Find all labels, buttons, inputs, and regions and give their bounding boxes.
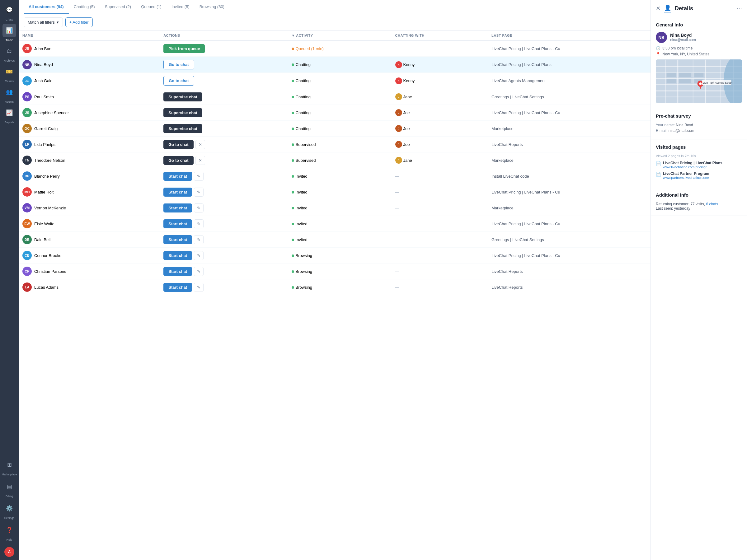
start-chat-button[interactable]: Start chat [163,172,192,181]
edit-button[interactable]: ✎ [194,219,204,229]
sidebar-item-marketplace[interactable]: ⊞ Marketplace [2,458,17,476]
go-to-chat-button[interactable]: Go to chat [163,76,194,85]
visited-pages-subtitle: Viewed 2 pages in 7m 16s [656,154,742,158]
activity-text: Chatting [296,95,311,99]
activity-text: Chatting [296,62,311,67]
page-title-0: LiveChat Pricing | LiveChat Plans [663,161,722,165]
sidebar-item-reports[interactable]: 📈 Reports [2,106,16,124]
tab-supervised[interactable]: Supervised (2) [100,0,136,14]
activity-cell: Chatting [288,121,391,137]
action-cell: Go to chat [160,57,288,73]
edit-button[interactable]: ✎ [194,283,204,292]
tab-chatting[interactable]: Chatting (5) [69,0,100,14]
customer-name-cell: CBConnor Brooks [19,248,160,264]
supervise-chat-button[interactable]: Supervise chat [163,92,202,101]
edit-button[interactable]: ✎ [194,204,204,212]
right-panel: ✕ 👤 Details ⋯ General Info NB Nina Boyd … [650,0,747,560]
agent-name: Joe [403,126,410,131]
col-actions: ACTIONS [160,30,288,41]
go-to-chat-button[interactable]: Go to chat [163,60,194,70]
agent-avatar: J [395,93,402,100]
page-url-0[interactable]: www.livechatinc.com/pricing/ [663,165,722,169]
close-icon[interactable]: ✕ [656,5,661,12]
sidebar-item-traffic[interactable]: 📊 Traffic [2,24,16,42]
activity-cell: Invited [288,184,391,200]
activity-dot [292,223,294,225]
table-row: CBConnor BrooksStart chat✎Browsing—LiveC… [19,248,650,264]
customer-avatar: TN [22,156,32,165]
tab-browsing[interactable]: Browsing (80) [195,0,229,14]
last-page-cell: LiveChat Pricing | LiveChat Plans - Cu [488,184,650,200]
chatting-with-cell: — [391,248,488,264]
sidebar-item-help[interactable]: ❓ Help [2,523,16,541]
start-chat-button[interactable]: Start chat [163,251,192,260]
clock-icon: 🕒 [656,46,661,50]
activity-text: Invited [296,174,308,179]
panel-more-icon[interactable]: ⋯ [737,5,742,12]
page-item-0: 📄 LiveChat Pricing | LiveChat Plans www.… [656,161,742,169]
dismiss-button[interactable]: ✕ [196,140,205,149]
tab-all-customers[interactable]: All customers (94) [24,0,69,14]
page-url-1[interactable]: www.partners.livechatinc.com/ [663,176,709,180]
add-filter-button[interactable]: + Add filter [66,18,93,27]
start-chat-button[interactable]: Start chat [163,188,192,196]
sidebar-item-archives[interactable]: 🗂 Archives [2,44,16,62]
activity-dot [292,270,294,273]
customer-name-cell: JGJosh Gale [19,73,160,89]
action-cell: Start chat✎ [160,216,288,232]
chatting-with-cell: — [391,216,488,232]
customer-avatar: JG [22,76,32,85]
activity-dot [292,112,294,114]
customer-name-cell: LALucas Adams [19,279,160,295]
user-avatar[interactable]: A [4,547,14,557]
table-row: CPChristian ParsonsStart chat✎Browsing—L… [19,264,650,279]
start-chat-button[interactable]: Start chat [163,283,192,292]
agent-name: Kenny [403,78,415,83]
supervise-chat-button[interactable]: Supervise chat [163,124,202,133]
start-chat-button[interactable]: Start chat [163,204,192,212]
customer-name-cell: LPLida Phelps [19,137,160,153]
last-seen-row: Last seen: yesterday [656,206,742,211]
sidebar-item-tickets[interactable]: 🎫 Tickets [2,65,16,83]
activity-text: Browsing [296,285,312,290]
main-content: All customers (94) Chatting (5) Supervis… [19,0,650,560]
start-chat-button[interactable]: Start chat [163,267,192,276]
chatting-with-cell: JJoe [391,137,488,153]
customer-avatar: NB [22,60,32,70]
sidebar-item-settings[interactable]: ⚙️ Settings [2,502,16,519]
tab-invited[interactable]: Invited (5) [166,0,195,14]
sidebar-item-agents[interactable]: 👥 Agents [2,85,16,103]
activity-dot [292,191,294,193]
customer-name-text: Blanche Perry [34,174,60,179]
customer-local-time: 🕒 3:33 pm local time [656,46,742,50]
map-svg: 228 Park Avenue South [656,59,742,103]
customer-name-text: Dale Bell [34,237,50,242]
dismiss-button[interactable]: ✕ [196,156,205,165]
activity-dot [292,207,294,209]
profile-icon[interactable]: 👤 [664,4,671,12]
no-agent-dash: — [395,46,399,51]
sidebar-item-billing[interactable]: ▤ Billing [2,480,16,498]
activity-cell: Invited [288,168,391,184]
supervise-chat-button[interactable]: Supervise chat [163,108,202,117]
activity-text: Chatting [296,126,311,131]
match-all-filters-button[interactable]: Match all filters ▾ [24,18,63,27]
go-to-chat-button[interactable]: Go to chat [163,156,193,165]
sidebar-item-chats[interactable]: 💬 Chats [2,3,16,21]
customer-name-text: Theodore Nelson [34,158,66,163]
chats-link[interactable]: 6 chats [706,202,718,206]
start-chat-button[interactable]: Start chat [163,235,192,244]
edit-button[interactable]: ✎ [194,267,204,276]
edit-button[interactable]: ✎ [194,235,204,244]
edit-button[interactable]: ✎ [194,188,204,196]
activity-text: Supervised [296,142,316,147]
go-to-chat-button[interactable]: Go to chat [163,140,193,149]
activity-dot [292,63,294,66]
customer-avatar: MH [22,187,32,196]
customer-name-cell: JSJosephine Spencer [19,105,160,121]
pick-from-queue-button[interactable]: Pick from queue [163,44,205,53]
start-chat-button[interactable]: Start chat [163,219,192,229]
tab-queued[interactable]: Queued (1) [136,0,166,14]
edit-button[interactable]: ✎ [194,172,204,181]
edit-button[interactable]: ✎ [194,251,204,260]
